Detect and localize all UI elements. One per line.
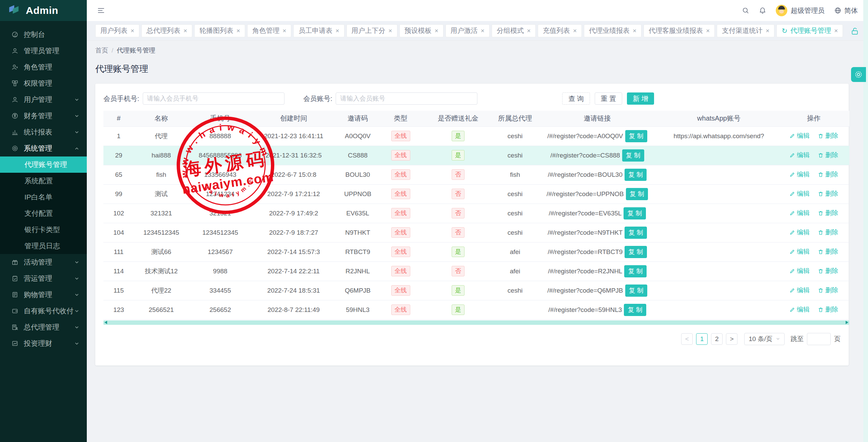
app-logo[interactable]: Admin (0, 0, 87, 21)
tab[interactable]: 预设模板 × (399, 24, 443, 37)
copy-button[interactable]: 复 制 (625, 246, 647, 258)
tab-close-icon[interactable]: × (236, 27, 240, 34)
copy-button[interactable]: 复 制 (625, 285, 647, 297)
search-button[interactable]: 查 询 (562, 92, 590, 105)
quick-settings-button[interactable] (851, 67, 866, 82)
sidebar-subitem[interactable]: 银行卡类型 (0, 222, 87, 238)
sidebar-item[interactable]: 管理员管理 (0, 43, 87, 59)
delete-button[interactable]: 删除 (818, 151, 838, 160)
sidebar-item[interactable]: 购物管理 (0, 287, 87, 303)
table-row[interactable]: 104 1234512345 1234512345 2022-7-9 18:7:… (103, 223, 849, 242)
delete-button[interactable]: 删除 (818, 267, 838, 275)
sidebar-item[interactable]: 营运管理 (0, 270, 87, 287)
delete-button[interactable]: 删除 (818, 228, 838, 237)
edit-button[interactable]: 编辑 (789, 305, 810, 314)
sidebar-subitem[interactable]: 代理账号管理 (0, 156, 87, 173)
sidebar-item[interactable]: 财务管理 (0, 108, 87, 124)
tab-close-icon[interactable]: × (435, 27, 438, 34)
tab[interactable]: 支付渠道统计 × (717, 24, 774, 37)
tab[interactable]: ↻ 代理账号管理 × (776, 24, 843, 37)
tab[interactable]: 员工申请表 × (293, 24, 344, 37)
breadcrumb-home[interactable]: 首页 (95, 47, 108, 54)
sidebar-subitem[interactable]: 系统配置 (0, 173, 87, 189)
horizontal-scrollbar[interactable] (103, 320, 849, 325)
delete-button[interactable]: 删除 (818, 209, 838, 217)
language-switcher[interactable]: 简体 (834, 6, 858, 15)
copy-button[interactable]: 复 制 (625, 130, 647, 142)
edit-button[interactable]: 编辑 (789, 228, 810, 237)
sidebar-item[interactable]: 系统管理 (0, 140, 87, 156)
tab[interactable]: 用户上下分 × (347, 24, 397, 37)
sidebar-item[interactable]: 统计报表 (0, 124, 87, 140)
delete-button[interactable]: 删除 (818, 131, 838, 140)
sidebar-item[interactable]: 活动管理 (0, 254, 87, 270)
page-number-button[interactable]: 2 (711, 333, 723, 345)
tab-close-icon[interactable]: × (481, 27, 485, 34)
collapse-menu-icon[interactable] (97, 6, 105, 15)
copy-button[interactable]: 复 制 (625, 169, 647, 181)
table-row[interactable]: 65 fish 133566943 2022-6-7 15:0:8 BOUL30… (103, 165, 849, 184)
prev-page-button[interactable]: < (681, 333, 693, 345)
tab-close-icon[interactable]: × (131, 27, 134, 34)
sidebar-item[interactable]: 投资理财 (0, 335, 87, 352)
tab-close-icon[interactable]: × (335, 27, 339, 34)
jump-to-input[interactable] (807, 333, 831, 345)
tab[interactable]: 分组模式 × (492, 24, 536, 37)
sidebar-item[interactable]: 自有账号代收付 (0, 303, 87, 319)
tab-close-icon[interactable]: × (389, 27, 392, 34)
sidebar-item[interactable]: 总代理管理 (0, 319, 87, 335)
delete-button[interactable]: 删除 (818, 305, 838, 314)
table-row[interactable]: 114 技术测试12 9988 2022-7-14 22:2:11 R2JNHL… (103, 261, 849, 281)
tab[interactable]: 代理业绩报表 × (584, 24, 642, 37)
copy-button[interactable]: 复 制 (624, 304, 646, 316)
bell-icon[interactable] (759, 7, 766, 14)
phone-input[interactable] (143, 92, 284, 105)
tab[interactable]: 轮播图列表 × (194, 24, 245, 37)
reset-button[interactable]: 重 置 (595, 92, 623, 105)
table-row[interactable]: 99 测试 12341234 2022-7-9 17:21:12 UPPNOB … (103, 184, 849, 204)
sidebar-subitem[interactable]: IP白名单 (0, 189, 87, 205)
table-row[interactable]: 111 测试66 1234567 2022-7-14 15:57:3 RTBCT… (103, 242, 849, 261)
edit-button[interactable]: 编辑 (789, 131, 810, 140)
table-row[interactable]: 123 2566521 256652 2022-8-7 22:11:49 59H… (103, 300, 849, 319)
tab-close-icon[interactable]: × (527, 27, 531, 34)
copy-button[interactable]: 复 制 (622, 149, 644, 162)
delete-button[interactable]: 删除 (818, 247, 838, 256)
sidebar-item[interactable]: 控制台 (0, 26, 87, 43)
edit-button[interactable]: 编辑 (789, 247, 810, 256)
sidebar-item[interactable]: 用户管理 (0, 91, 87, 108)
scroll-left-arrow-icon[interactable] (104, 321, 107, 324)
delete-button[interactable]: 删除 (818, 170, 838, 179)
sidebar-item[interactable]: 角色管理 (0, 59, 87, 75)
table-row[interactable]: 115 代理22 334455 2022-7-24 18:5:31 Q6MPJB… (103, 281, 849, 300)
unlock-icon[interactable] (850, 27, 859, 36)
table-row[interactable]: 29 hai888 845688855896 2021-12-31 16:32:… (103, 146, 849, 165)
tab[interactable]: 用户列表 × (95, 24, 139, 37)
tab[interactable]: 角色管理 × (247, 24, 291, 37)
tab[interactable]: 总代理列表 × (141, 24, 192, 37)
add-button[interactable]: 新 增 (627, 92, 654, 105)
copy-button[interactable]: 复 制 (624, 265, 646, 277)
edit-button[interactable]: 编辑 (789, 151, 810, 160)
user-menu[interactable]: 超级管理员 (776, 5, 825, 16)
tab-close-icon[interactable]: × (834, 27, 838, 34)
sidebar-subitem[interactable]: 管理员日志 (0, 238, 87, 254)
tab-close-icon[interactable]: × (706, 27, 710, 34)
tab[interactable]: 充值列表 × (538, 24, 582, 37)
next-page-button[interactable]: > (726, 333, 737, 345)
tab[interactable]: 用户激活 × (446, 24, 490, 37)
edit-button[interactable]: 编辑 (789, 209, 810, 217)
page-scrollbar-track[interactable] (863, 0, 868, 442)
refresh-icon[interactable]: ↻ (782, 27, 787, 34)
copy-button[interactable]: 复 制 (626, 188, 648, 200)
copy-button[interactable]: 复 制 (624, 207, 646, 219)
tab-close-icon[interactable]: × (183, 27, 187, 34)
account-input[interactable] (336, 92, 477, 105)
tab[interactable]: 代理客服业绩报表 × (644, 24, 715, 37)
edit-button[interactable]: 编辑 (789, 189, 810, 198)
tab-close-icon[interactable]: × (573, 27, 577, 34)
delete-button[interactable]: 删除 (818, 286, 838, 295)
tab-close-icon[interactable]: × (766, 27, 769, 34)
search-icon[interactable] (742, 7, 749, 14)
edit-button[interactable]: 编辑 (789, 267, 810, 275)
